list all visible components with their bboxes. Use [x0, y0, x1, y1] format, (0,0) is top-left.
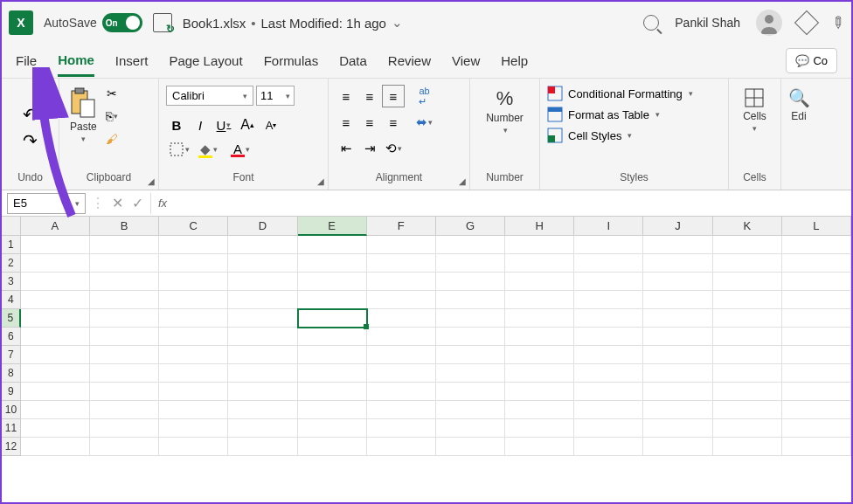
- cell-C10[interactable]: [159, 401, 228, 419]
- col-header-D[interactable]: D: [228, 217, 297, 236]
- cell-F8[interactable]: [367, 364, 436, 383]
- cell-styles-button[interactable]: Cell Styles▾: [547, 128, 693, 143]
- cell-H5[interactable]: [505, 309, 574, 328]
- col-header-C[interactable]: C: [159, 217, 228, 236]
- orientation-button[interactable]: ⟲▾: [383, 138, 405, 159]
- cell-C1[interactable]: [159, 236, 228, 254]
- cell-J1[interactable]: [643, 236, 712, 254]
- cell-K1[interactable]: [713, 236, 782, 254]
- cell-B4[interactable]: [90, 291, 159, 309]
- col-header-F[interactable]: F: [367, 217, 436, 236]
- cell-G9[interactable]: [436, 383, 505, 401]
- align-center-button[interactable]: ≡: [359, 112, 380, 133]
- cell-E3[interactable]: [298, 273, 367, 291]
- cell-E1[interactable]: [298, 236, 367, 254]
- tab-help[interactable]: Help: [501, 46, 528, 75]
- cell-H2[interactable]: [505, 254, 574, 273]
- tab-review[interactable]: Review: [388, 46, 431, 75]
- cell-F1[interactable]: [367, 236, 436, 254]
- col-header-E[interactable]: E: [298, 217, 367, 236]
- cell-F3[interactable]: [367, 273, 436, 291]
- pen-icon[interactable]: ✎: [826, 11, 849, 34]
- cell-B3[interactable]: [90, 273, 159, 291]
- cell-B5[interactable]: [90, 309, 159, 328]
- cell-B2[interactable]: [90, 254, 159, 273]
- premium-icon[interactable]: [794, 10, 819, 35]
- align-right-button[interactable]: ≡: [383, 112, 404, 133]
- cell-F5[interactable]: [367, 309, 436, 328]
- col-header-J[interactable]: J: [643, 217, 712, 236]
- copy-icon[interactable]: ⎘▾: [104, 108, 120, 124]
- cell-E2[interactable]: [298, 254, 367, 273]
- cell-I11[interactable]: [574, 419, 643, 438]
- cell-I7[interactable]: [574, 346, 643, 364]
- cell-C8[interactable]: [159, 364, 228, 383]
- avatar[interactable]: [756, 10, 782, 36]
- decrease-indent-button[interactable]: ⇤: [336, 138, 357, 159]
- cell-L11[interactable]: [782, 419, 851, 438]
- format-painter-icon[interactable]: 🖌: [104, 131, 120, 147]
- cell-A8[interactable]: [21, 364, 90, 383]
- cell-E10[interactable]: [298, 401, 367, 419]
- cell-I10[interactable]: [574, 401, 643, 419]
- cell-B11[interactable]: [90, 419, 159, 438]
- cell-A9[interactable]: [21, 383, 90, 401]
- cell-F2[interactable]: [367, 254, 436, 273]
- cell-J10[interactable]: [643, 401, 712, 419]
- cell-J9[interactable]: [643, 383, 712, 401]
- cell-B6[interactable]: [90, 328, 159, 346]
- cell-D10[interactable]: [228, 401, 297, 419]
- cell-D6[interactable]: [228, 328, 297, 346]
- fx-icon[interactable]: fx: [151, 197, 174, 210]
- cell-A4[interactable]: [21, 291, 90, 309]
- cell-D4[interactable]: [228, 291, 297, 309]
- cell-L7[interactable]: [782, 346, 851, 364]
- cell-I9[interactable]: [574, 383, 643, 401]
- tab-file[interactable]: File: [16, 46, 37, 75]
- cell-G4[interactable]: [436, 291, 505, 309]
- cell-L4[interactable]: [782, 291, 851, 309]
- cell-G10[interactable]: [436, 401, 505, 419]
- cell-L6[interactable]: [782, 328, 851, 346]
- cell-B8[interactable]: [90, 364, 159, 383]
- toggle-switch[interactable]: On: [102, 13, 142, 32]
- cell-J6[interactable]: [643, 328, 712, 346]
- cancel-formula-icon[interactable]: ✕: [112, 195, 123, 211]
- cell-A6[interactable]: [21, 328, 90, 346]
- cell-A1[interactable]: [21, 236, 90, 254]
- name-box[interactable]: E5 ▾: [7, 193, 86, 214]
- cell-D5[interactable]: [228, 309, 297, 328]
- font-size-select[interactable]: 11▾: [256, 86, 295, 106]
- cell-H12[interactable]: [505, 438, 574, 456]
- row-header-2[interactable]: 2: [2, 254, 21, 273]
- cell-F12[interactable]: [367, 438, 436, 456]
- cell-G1[interactable]: [436, 236, 505, 254]
- formula-input[interactable]: [174, 193, 851, 214]
- cell-H8[interactable]: [505, 364, 574, 383]
- save-icon[interactable]: [153, 13, 172, 32]
- cell-I3[interactable]: [574, 273, 643, 291]
- cell-G7[interactable]: [436, 346, 505, 364]
- cell-A5[interactable]: [21, 309, 90, 328]
- cell-G11[interactable]: [436, 419, 505, 438]
- cell-L12[interactable]: [782, 438, 851, 456]
- cell-J3[interactable]: [643, 273, 712, 291]
- cell-L5[interactable]: [782, 309, 851, 328]
- font-name-select[interactable]: Calibri▾: [166, 86, 253, 106]
- bold-button[interactable]: B: [166, 114, 187, 135]
- cell-F10[interactable]: [367, 401, 436, 419]
- wrap-text-button[interactable]: ab↵: [413, 86, 435, 107]
- increase-indent-button[interactable]: ⇥: [359, 138, 380, 159]
- align-left-button[interactable]: ≡: [336, 112, 357, 133]
- cell-K9[interactable]: [713, 383, 782, 401]
- row-header-7[interactable]: 7: [2, 346, 21, 364]
- cell-D1[interactable]: [228, 236, 297, 254]
- cell-E9[interactable]: [298, 383, 367, 401]
- cell-I2[interactable]: [574, 254, 643, 273]
- cell-B9[interactable]: [90, 383, 159, 401]
- cell-K12[interactable]: [713, 438, 782, 456]
- row-header-9[interactable]: 9: [2, 383, 21, 401]
- tab-page-layout[interactable]: Page Layout: [169, 46, 242, 75]
- cell-D7[interactable]: [228, 346, 297, 364]
- cell-K10[interactable]: [713, 401, 782, 419]
